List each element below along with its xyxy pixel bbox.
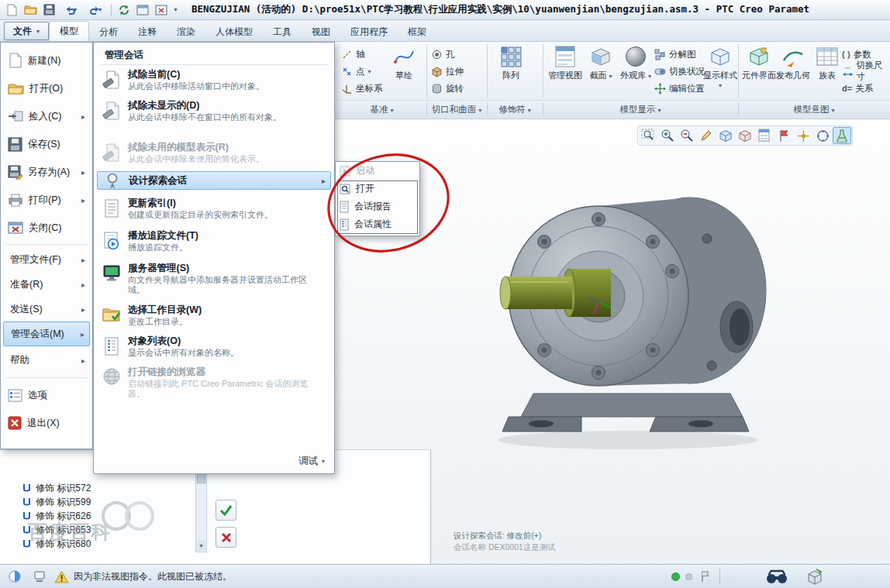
save-button[interactable] (40, 2, 57, 18)
status-progress-button[interactable] (5, 567, 25, 586)
zoom-in-button[interactable] (658, 127, 677, 144)
tab-manikin[interactable]: 人体模型 (205, 23, 263, 41)
file-menu-close[interactable]: 关闭(C) (3, 215, 90, 241)
file-menu-checkin[interactable]: 捡入(C) ▸ (3, 103, 90, 129)
saved-orientations-button[interactable] (736, 127, 754, 144)
appearance-button[interactable]: 外观库 ▾ (618, 43, 654, 81)
tab-view[interactable]: 视图 (302, 23, 340, 41)
toggle-status-label: 切换状况 (669, 66, 705, 77)
csys-button[interactable]: 坐标系 (341, 81, 383, 96)
tab-framework[interactable]: 框架 (398, 23, 436, 41)
popup-session-report[interactable]: 会话报告 (336, 198, 419, 215)
tab-model[interactable]: 模型 (49, 21, 89, 41)
group-datum[interactable]: 基准 ▾ (337, 101, 426, 119)
annotation-display-button[interactable] (774, 127, 793, 144)
close-window-button[interactable] (153, 2, 170, 18)
dragger-button[interactable] (813, 127, 832, 144)
submenu-design-exploration[interactable]: 设计探索会话 ▸ (97, 171, 331, 190)
popup-item-label: 会话属性 (354, 218, 392, 231)
sketch-button[interactable]: 草绘 (386, 43, 422, 80)
group-modifiers[interactable]: 修饰符 ▾ (487, 101, 543, 119)
toggle-status-button[interactable]: 切换状况 (654, 64, 705, 79)
new-button[interactable] (3, 2, 20, 18)
model-select-button[interactable] (802, 567, 828, 586)
refit-button[interactable] (639, 127, 657, 144)
file-menu-manage-file[interactable]: 管理文件(F) ▸ (3, 247, 90, 272)
tab-applications[interactable]: 应用程序 (340, 23, 398, 41)
relations-button[interactable]: d= 关系 (842, 81, 873, 96)
confirm-button[interactable] (216, 500, 236, 521)
tab-render[interactable]: 渲染 (167, 23, 205, 41)
file-menu-help[interactable]: 帮助 ▸ (3, 348, 90, 373)
tree-item-cosmetic-599[interactable]: 修饰 标识599 (22, 495, 91, 509)
debug-button[interactable]: 调试 ▾ (298, 455, 325, 468)
group-model-display[interactable]: 模型显示 ▾ (543, 101, 738, 119)
file-menu-prepare[interactable]: 准备(R) ▸ (3, 272, 90, 297)
undo-button[interactable]: ▾ (59, 2, 82, 18)
component-interface-button[interactable]: 元件界面 (741, 43, 777, 80)
windows-button[interactable] (134, 2, 151, 18)
submenu-select-working-directory[interactable]: 选择工作目录(W) 更改工作目录。 (97, 303, 331, 328)
publish-geometry-button[interactable]: 发布几何 (775, 43, 811, 80)
start-session-icon (339, 165, 351, 177)
popup-session-properties[interactable]: 会话属性 (336, 215, 419, 233)
tab-tools[interactable]: 工具 (263, 23, 302, 41)
group-model-intent[interactable]: 模型意图 ▾ (738, 101, 890, 119)
family-table-button[interactable]: 族表 (809, 43, 845, 80)
analysis-tools-button[interactable] (833, 127, 851, 144)
shading-style-button[interactable] (716, 127, 735, 144)
submenu-erase-not-displayed[interactable]: 拭除未显示的(D) 从此会话中移除不在窗口中的所有对象。 (97, 98, 331, 124)
customize-qat-caret[interactable]: ▾ (171, 2, 182, 18)
switch-dims-button[interactable]: 切换尺寸 (842, 64, 890, 79)
file-menu-options[interactable]: 选项 (3, 382, 90, 408)
tree-item-cosmetic-680[interactable]: 修饰 标识680 (22, 537, 91, 551)
spin-center-button[interactable] (794, 127, 812, 144)
find-in-model-button[interactable] (761, 567, 792, 586)
submenu-erase-current[interactable]: 拭除当前(C) 从此会话中移除活动窗口中的对象。 (97, 67, 331, 93)
revolve-button[interactable]: 旋转 (431, 81, 464, 96)
tree-item-cosmetic-626[interactable]: 修饰 标识626 (22, 509, 91, 523)
file-menu-print[interactable]: 打印(P) ▸ (3, 187, 90, 213)
file-menu-save-as[interactable]: 另存为(A) ▸ (3, 159, 90, 185)
file-menu-new[interactable]: 新建(N) (3, 47, 90, 74)
point-button[interactable]: 点 ▾ (341, 64, 371, 79)
file-menu-send[interactable]: 发送(S) ▸ (3, 297, 90, 322)
explode-button[interactable]: 分解图 (654, 46, 696, 62)
section-button[interactable]: 截面 ▾ (583, 43, 619, 81)
file-menu-manage-session[interactable]: 管理会话(M) ▸ (3, 322, 90, 346)
axis-button[interactable]: 轴 (341, 46, 365, 62)
status-separator (719, 569, 720, 584)
manage-views-button[interactable]: 管理视图 (547, 43, 583, 80)
tree-scroll-down-button[interactable]: ▼ (197, 540, 205, 551)
extrude-button[interactable]: 拉伸 (431, 64, 464, 79)
cancel-button[interactable] (216, 527, 236, 548)
popup-open[interactable]: 打开 (336, 180, 419, 198)
edit-position-button[interactable]: 编辑位置 (654, 81, 705, 96)
tree-item-cosmetic-653[interactable]: 修饰 标识653 (22, 523, 91, 537)
submenu-server-management[interactable]: 服务器管理(S) 向文件夹导航器中添加服务器并设置活动工作区域。 (97, 261, 331, 297)
zoom-out-button[interactable] (678, 127, 696, 144)
tab-analysis[interactable]: 分析 (89, 23, 128, 41)
tab-annotate[interactable]: 注释 (128, 23, 167, 41)
submenu-update-index[interactable]: 更新索引(I) 创建或更新指定目录的实例索引文件。 (97, 196, 331, 222)
group-separator (487, 103, 488, 116)
open-button[interactable] (22, 2, 39, 18)
group-cuts-surfaces[interactable]: 切口和曲面 ▾ (426, 101, 487, 119)
file-menu-save[interactable]: 保存(S) (3, 131, 90, 157)
file-menu-exit[interactable]: 退出(X) (3, 410, 90, 436)
hole-button[interactable]: 孔 (431, 46, 455, 62)
submenu-play-trail[interactable]: 播放追踪文件(T) 播放追踪文件。 (97, 229, 331, 254)
redo-button[interactable]: ▾ (84, 2, 107, 18)
regenerate-button[interactable] (116, 2, 133, 18)
flag-button[interactable] (696, 567, 715, 586)
submenu-object-list[interactable]: 对象列表(O) 显示会话中所有对象的名称。 (97, 334, 331, 359)
file-menu-open[interactable]: 打开(O) (3, 75, 90, 101)
view-manager-button[interactable] (755, 127, 774, 144)
repaint-button[interactable] (697, 127, 716, 144)
status-filter-button[interactable] (29, 567, 50, 586)
tree-item-cosmetic-572[interactable]: 修饰 标识572 (22, 481, 91, 495)
display-style-button[interactable]: 显示样式 ▾ (702, 43, 738, 91)
close-file-icon (8, 221, 23, 235)
tab-file[interactable]: 文件 ▾ (4, 22, 49, 40)
pattern-button[interactable]: 阵列 (493, 43, 529, 80)
